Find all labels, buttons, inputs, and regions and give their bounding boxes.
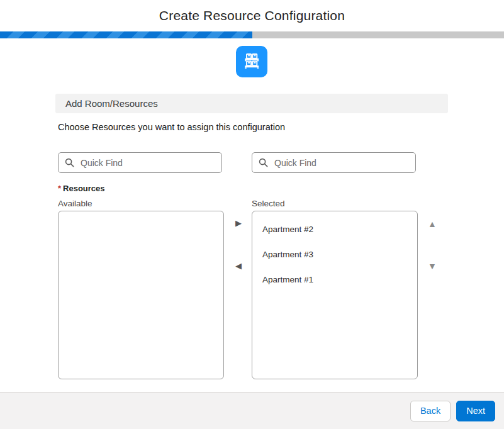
move-up-button[interactable]: ▲ — [425, 217, 439, 231]
available-list-label: Available — [58, 199, 92, 208]
search-icon — [65, 158, 74, 167]
progress-bar-fill — [0, 31, 252, 38]
selected-search-input[interactable] — [273, 157, 409, 169]
list-item[interactable]: Apartment #1 — [252, 267, 417, 292]
modal-header: Create Resource Configuration — [0, 0, 504, 31]
next-button[interactable]: Next — [456, 401, 495, 421]
back-button[interactable]: Back — [410, 401, 451, 421]
available-listbox[interactable] — [58, 211, 224, 379]
selected-list-label: Selected — [252, 199, 285, 208]
modal-footer: Back Next — [0, 392, 504, 429]
required-marker: * — [58, 184, 61, 193]
resources-field-label: *Resources — [58, 184, 105, 193]
available-search-input[interactable] — [79, 157, 215, 169]
available-quickfind — [58, 152, 222, 173]
progress-bar-track — [0, 31, 504, 38]
section-header: Add Room/Resources — [55, 94, 448, 113]
search-icon — [259, 158, 268, 167]
page-title: Create Resource Configuration — [159, 8, 345, 23]
move-down-button[interactable]: ▼ — [425, 259, 439, 273]
storage-icon-glyph — [242, 52, 262, 72]
move-to-available-button[interactable]: ◀ — [232, 259, 245, 273]
list-item[interactable]: Apartment #3 — [252, 242, 417, 267]
storage-icon — [236, 46, 267, 77]
section-description: Choose Resources you want to assign this… — [58, 122, 285, 132]
selected-listbox[interactable]: Apartment #2Apartment #3Apartment #1 — [252, 211, 418, 379]
selected-quickfind — [252, 152, 416, 173]
field-label-text: Resources — [63, 184, 104, 193]
move-to-selected-button[interactable]: ▶ — [232, 216, 245, 230]
list-item[interactable]: Apartment #2 — [252, 216, 417, 242]
